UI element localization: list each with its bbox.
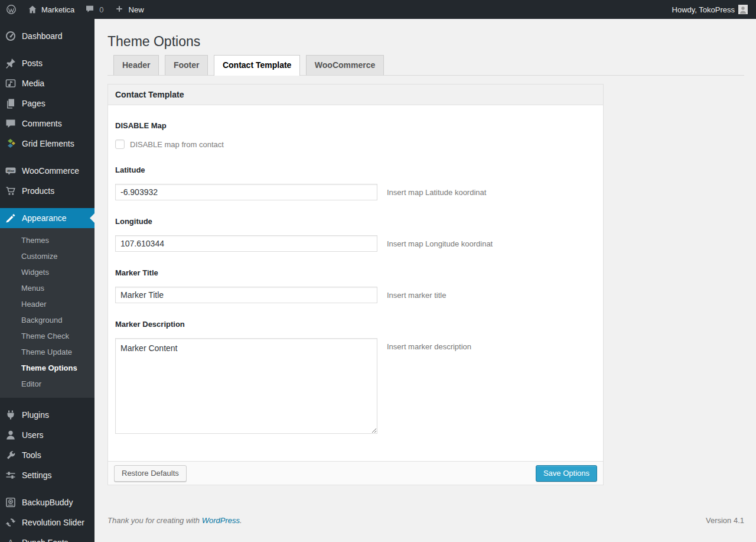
menu-separator	[0, 201, 94, 208]
sidebar-item-label: Grid Elements	[22, 139, 74, 148]
new-label: New	[129, 5, 144, 14]
sidebar-item-label: Products	[22, 186, 54, 196]
sidebar-item-label: Posts	[22, 59, 43, 68]
sidebar-item-products[interactable]: Products	[0, 181, 94, 201]
footer-thanks: Thank you for creating with WordPress.	[107, 516, 242, 525]
submenu-item-customize[interactable]: Customize	[0, 248, 94, 264]
field-label: Marker Title	[115, 268, 596, 278]
comments-counter[interactable]: 0	[85, 4, 103, 15]
site-name-label: Marketica	[41, 5, 74, 14]
field-help-text: Insert map Longitude koordinat	[387, 235, 493, 248]
sidebar-item-settings[interactable]: Settings	[0, 465, 94, 485]
latitude-input[interactable]	[115, 184, 377, 200]
tab-woocommerce[interactable]: WooCommerce	[306, 55, 384, 75]
submenu-item-header[interactable]: Header	[0, 296, 94, 312]
panel-footer: Restore Defaults Save Options	[108, 461, 603, 485]
marker-title-input[interactable]	[115, 287, 377, 303]
letter-a-icon: A	[5, 537, 17, 542]
checkbox-label: DISABLE map from contact	[130, 140, 224, 149]
field-help-text: Insert marker title	[387, 287, 446, 300]
sidebar-item-label: Dashboard	[22, 31, 63, 41]
sidebar-item-revolution-slider[interactable]: Revolution Slider	[0, 512, 94, 533]
sidebar-item-punch-fonts[interactable]: A Punch Fonts	[0, 533, 94, 542]
comment-count: 0	[99, 5, 103, 14]
admin-bar: Marketica 0 New Howdy, TokoPress	[0, 0, 756, 19]
sidebar-item-pages[interactable]: Pages	[0, 93, 94, 113]
submenu-item-theme-check[interactable]: Theme Check	[0, 328, 94, 344]
sidebar-item-dashboard[interactable]: Dashboard	[0, 26, 94, 46]
contact-template-panel: Contact Template DISABLE Map DISABLE map…	[107, 84, 604, 485]
menu-separator	[0, 46, 94, 53]
sidebar-item-label: Users	[22, 430, 44, 440]
submenu-item-editor[interactable]: Editor	[0, 376, 94, 392]
main-content: Theme Options Header Footer Contact Temp…	[94, 19, 756, 542]
sliders-icon	[5, 469, 17, 481]
disable-map-checkbox[interactable]	[115, 139, 125, 149]
admin-sidebar: Dashboard Posts Media Pages Comments	[0, 19, 94, 542]
plus-icon	[115, 4, 125, 15]
restore-defaults-button[interactable]: Restore Defaults	[114, 465, 187, 482]
menu-separator	[0, 154, 94, 161]
sidebar-item-users[interactable]: Users	[0, 425, 94, 445]
sidebar-item-comments[interactable]: Comments	[0, 113, 94, 134]
pushpin-icon	[5, 57, 17, 69]
submenu-item-menus[interactable]: Menus	[0, 280, 94, 296]
panel-body: DISABLE Map DISABLE map from contact Lat…	[108, 105, 603, 461]
plug-icon	[5, 409, 17, 421]
sidebar-item-media[interactable]: Media	[0, 73, 94, 93]
page-footer: Thank you for creating with WordPress. V…	[107, 516, 744, 535]
tab-footer[interactable]: Footer	[165, 55, 208, 75]
new-content-menu[interactable]: New	[115, 4, 144, 15]
svg-text:A: A	[8, 538, 14, 542]
backup-drive-icon	[5, 496, 17, 508]
field-label: Longitude	[115, 217, 596, 226]
submenu-item-themes[interactable]: Themes	[0, 232, 94, 248]
comment-bubble-icon	[85, 4, 96, 15]
paintbrush-icon	[5, 212, 17, 224]
longitude-input[interactable]	[115, 235, 377, 252]
sidebar-item-label: Tools	[22, 450, 41, 460]
tab-contact-template[interactable]: Contact Template	[214, 55, 300, 76]
submenu-item-widgets[interactable]: Widgets	[0, 264, 94, 280]
avatar	[738, 5, 748, 14]
footer-thanks-suffix: .	[240, 516, 242, 525]
sidebar-item-label: Media	[22, 79, 44, 88]
howdy-account-menu[interactable]: Howdy, TokoPress	[672, 5, 748, 14]
panel-title: Contact Template	[108, 85, 603, 105]
save-options-button[interactable]: Save Options	[536, 465, 597, 482]
field-marker-description: Marker Description Marker Content Insert…	[115, 320, 596, 434]
submenu-item-theme-options[interactable]: Theme Options	[0, 360, 94, 376]
sidebar-item-posts[interactable]: Posts	[0, 53, 94, 73]
sidebar-item-grid-elements[interactable]: Grid Elements	[0, 134, 94, 154]
sidebar-item-backupbuddy[interactable]: BackupBuddy	[0, 492, 94, 512]
sidebar-item-tools[interactable]: Tools	[0, 445, 94, 465]
sidebar-item-woocommerce[interactable]: Woo WooCommerce	[0, 161, 94, 181]
sidebar-item-label: Punch Fonts	[22, 538, 69, 542]
wordpress-logo-menu[interactable]	[6, 4, 17, 15]
submenu-item-background[interactable]: Background	[0, 312, 94, 328]
sidebar-item-appearance[interactable]: Appearance	[0, 208, 94, 228]
appearance-submenu: Themes Customize Widgets Menus Header Ba…	[0, 228, 94, 398]
home-icon	[27, 4, 38, 15]
sidebar-item-label: WooCommerce	[22, 166, 79, 176]
site-name-link[interactable]: Marketica	[27, 4, 74, 15]
field-label: Marker Description	[115, 320, 596, 329]
sidebar-item-label: Settings	[22, 470, 52, 480]
footer-thanks-text: Thank you for creating with	[107, 516, 202, 525]
woocommerce-icon: Woo	[5, 165, 17, 177]
grid-elements-icon	[5, 138, 17, 150]
user-icon	[5, 429, 17, 441]
media-icon	[5, 77, 17, 89]
wordpress-link[interactable]: WordPress	[202, 516, 240, 525]
sidebar-item-plugins[interactable]: Plugins	[0, 405, 94, 425]
marker-description-textarea[interactable]: Marker Content	[115, 338, 377, 434]
wrench-icon	[5, 449, 17, 461]
field-label: DISABLE Map	[115, 121, 596, 131]
field-longitude: Longitude Insert map Longitude koordinat	[115, 217, 596, 252]
field-marker-title: Marker Title Insert marker title	[115, 268, 596, 303]
sidebar-item-label: Appearance	[22, 213, 67, 223]
refresh-arrows-icon	[5, 517, 17, 528]
submenu-item-theme-update[interactable]: Theme Update	[0, 344, 94, 360]
tab-header[interactable]: Header	[113, 55, 159, 75]
tab-bar: Header Footer Contact Template WooCommer…	[107, 55, 744, 76]
